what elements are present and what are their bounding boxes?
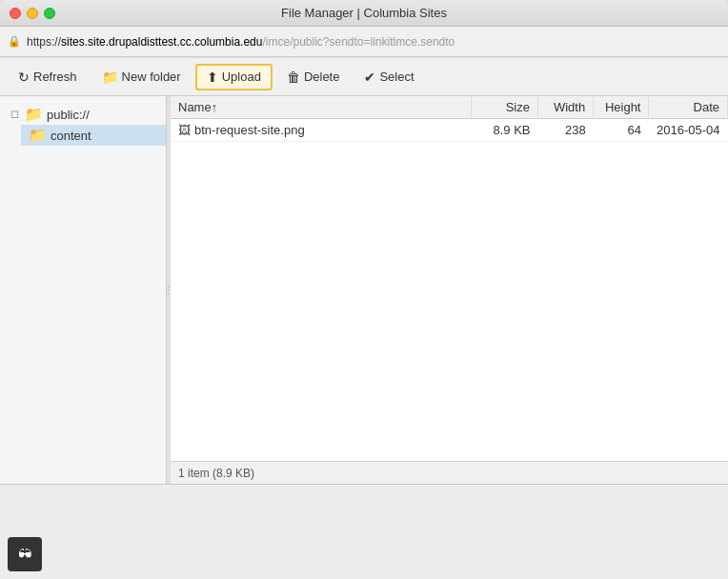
main-content: ☐ 📁 public:// 📁 content ⋮ Name↑ Si xyxy=(0,96,728,484)
file-name-cell[interactable]: 🖼 btn-request-site.png xyxy=(171,119,472,142)
file-table-body: 🖼 btn-request-site.png 8.9 KB 238 64 201… xyxy=(171,119,728,142)
status-text: 1 item (8.9 KB) xyxy=(178,467,254,480)
content-folder-icon: 📁 xyxy=(29,127,47,144)
maximize-button[interactable] xyxy=(44,8,55,19)
bottom-action-button[interactable]: 🕶 xyxy=(8,537,42,571)
file-empty-area xyxy=(171,142,728,461)
tree-root[interactable]: ☐ 📁 public:// xyxy=(0,104,166,125)
delete-label: Delete xyxy=(304,70,340,84)
sidebar: ☐ 📁 public:// 📁 content xyxy=(0,96,167,484)
bottom-area: 🕶 xyxy=(0,484,728,579)
delete-icon: 🗑 xyxy=(287,70,300,85)
new-folder-button[interactable]: 📁 New folder xyxy=(91,65,192,90)
address-bar: 🔒 https://sites.site.drupaldisttest.cc.c… xyxy=(0,27,728,57)
file-icon: 🖼 xyxy=(178,123,191,137)
upload-icon: ⬆ xyxy=(207,70,218,85)
file-height: 64 xyxy=(594,119,649,142)
file-name: btn-request-site.png xyxy=(194,123,305,137)
refresh-icon: ↻ xyxy=(18,70,30,85)
window: File Manager | Columbia Sites 🔒 https://… xyxy=(0,0,728,579)
url-domain: sites.site.drupaldisttest.cc.columbia.ed… xyxy=(61,35,262,49)
refresh-button[interactable]: ↻ Refresh xyxy=(8,65,88,90)
select-icon: ✔ xyxy=(364,70,375,85)
url-display[interactable]: https://sites.site.drupaldisttest.cc.col… xyxy=(27,35,455,49)
file-date: 2016-05-04 xyxy=(649,119,728,142)
minimize-button[interactable] xyxy=(27,8,38,19)
content-folder-label: content xyxy=(51,129,91,143)
new-folder-icon: 📁 xyxy=(102,70,118,85)
upload-label: Upload xyxy=(222,70,261,84)
root-folder-icon: 📁 xyxy=(25,106,43,123)
url-path: /imce/public?sendto=linkitlmce.sendto xyxy=(262,35,455,49)
tree-children: 📁 content xyxy=(0,125,166,146)
file-table: Name↑ Size Width Height Date 🖼 btn-reque… xyxy=(171,96,728,142)
col-size[interactable]: Size xyxy=(472,96,538,119)
close-button[interactable] xyxy=(10,8,21,19)
tree-content-folder[interactable]: 📁 content xyxy=(21,125,166,146)
col-width[interactable]: Width xyxy=(538,96,594,119)
lock-icon: 🔒 xyxy=(8,35,21,48)
refresh-label: Refresh xyxy=(33,70,77,84)
col-date[interactable]: Date xyxy=(649,96,728,119)
col-height[interactable]: Height xyxy=(594,96,649,119)
toolbar: ↻ Refresh 📁 New folder ⬆ Upload 🗑 Delete… xyxy=(0,58,728,96)
window-title: File Manager | Columbia Sites xyxy=(281,6,447,20)
table-row[interactable]: 🖼 btn-request-site.png 8.9 KB 238 64 201… xyxy=(171,119,728,142)
file-size: 8.9 KB xyxy=(472,119,538,142)
col-name[interactable]: Name↑ xyxy=(171,96,472,119)
new-folder-label: New folder xyxy=(122,70,181,84)
select-label: Select xyxy=(379,70,414,84)
file-width: 238 xyxy=(538,119,594,142)
titlebar: File Manager | Columbia Sites xyxy=(0,0,728,27)
root-folder-label: public:// xyxy=(47,108,90,122)
url-protocol: https:// xyxy=(27,35,61,49)
file-table-header: Name↑ Size Width Height Date xyxy=(171,96,728,119)
status-bar: 1 item (8.9 KB) xyxy=(171,461,728,484)
delete-button[interactable]: 🗑 Delete xyxy=(276,65,351,90)
glasses-icon: 🕶 xyxy=(18,547,31,562)
file-pane: Name↑ Size Width Height Date 🖼 btn-reque… xyxy=(171,96,728,484)
upload-button[interactable]: ⬆ Upload xyxy=(195,64,273,90)
traffic-lights xyxy=(10,8,55,19)
root-checkbox[interactable]: ☐ xyxy=(8,108,21,121)
select-button[interactable]: ✔ Select xyxy=(354,65,424,90)
